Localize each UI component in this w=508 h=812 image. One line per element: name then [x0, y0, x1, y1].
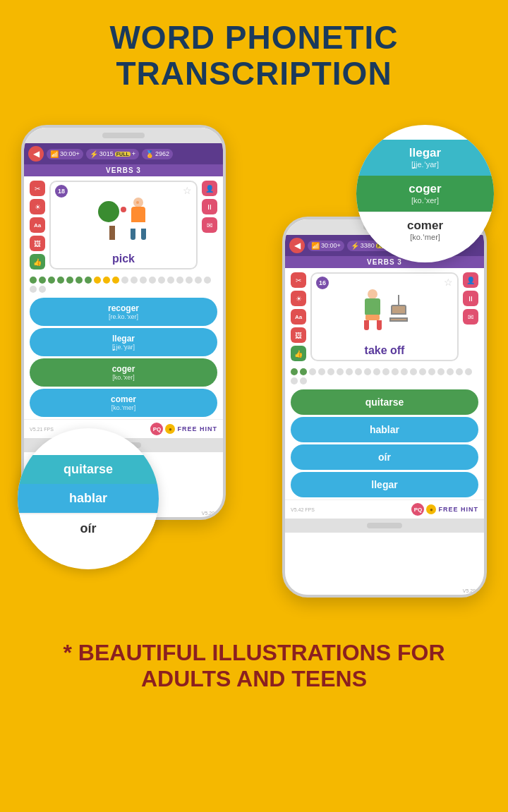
card-left-buttons-right: ✂ ☀ Aa 🖼 👍	[291, 272, 306, 361]
fps-text-left: V5.21 FPS	[30, 427, 54, 432]
cut-btn-right[interactable]: ✂	[291, 272, 306, 288]
bubble-left-item-1: quitarse	[18, 455, 159, 484]
stat-score-left: ⚡ 3015 FULL +	[86, 149, 139, 159]
bubble-right: llegar [ʝje.ˈyar] coger [ko.ˈxer] comer …	[356, 125, 494, 262]
card-right-buttons-right: 👤 ⏸ ✉	[463, 272, 478, 361]
thumb-btn-right[interactable]: 👍	[291, 346, 306, 361]
cut-btn[interactable]: ✂	[30, 181, 45, 196]
mail-btn-right[interactable]: ✉	[463, 309, 478, 325]
card-area-left: ✂ ☀ Aa 🖼 👍 18 ☆	[24, 176, 223, 274]
pause-btn-right[interactable]: ⏸	[463, 291, 478, 306]
header-title: WORD PHONETIC TRANSCRIPTION	[14, 20, 494, 91]
hint-bar-right: V5.42 FPS PQ ● FREE HINT V5.29.2	[285, 499, 484, 519]
hint-bar-left: V5.21 FPS PQ ● FREE HINT V5.20.2	[24, 419, 223, 438]
sun-btn[interactable]: ☀	[30, 199, 45, 214]
card-word-right: take off	[365, 344, 405, 357]
ver-text-right: V5.29.2	[463, 588, 480, 593]
bubble-right-item-1: llegar [ʝje.ˈyar]	[356, 140, 494, 176]
image-btn-right[interactable]: 🖼	[291, 327, 306, 343]
app-title-left: VERBS 3	[24, 164, 223, 176]
bubble-right-item-2: coger [ko.ˈxer]	[356, 176, 494, 212]
back-button-left[interactable]: ◀	[28, 146, 44, 162]
answer-btn-1-left[interactable]: recoger [re.ko.ˈxer]	[30, 298, 217, 326]
text-btn-right[interactable]: Aa	[291, 309, 306, 325]
card-right-buttons: 👤 ⏸ ✉	[202, 181, 217, 269]
bubble-left: quitarse hablar oír	[18, 428, 159, 569]
card-word-left: pick	[112, 253, 135, 265]
card-illustration-left	[98, 198, 149, 240]
card-area-right: ✂ ☀ Aa 🖼 👍 16 ☆	[285, 268, 484, 365]
dot-progress-right	[285, 365, 484, 387]
hint-coin-left: ●	[165, 424, 175, 434]
phones-container: llegar [ʝje.ˈyar] coger [ko.ˈxer] comer …	[7, 104, 501, 626]
stat-coins-left: 🏅 2962	[142, 149, 173, 159]
bubble-right-item-3: comer [ko.ˈmer]	[356, 212, 494, 248]
dot-progress-left	[24, 274, 223, 296]
hint-text-right[interactable]: FREE HINT	[438, 506, 478, 513]
profile-btn[interactable]: 👤	[202, 181, 217, 196]
card-star-right[interactable]: ☆	[444, 277, 453, 288]
home-btn-right[interactable]	[367, 523, 402, 528]
back-button-right[interactable]: ◀	[289, 238, 305, 253]
flashcard-left: 18 ☆	[49, 181, 198, 269]
profile-btn-right[interactable]: 👤	[463, 272, 478, 288]
flashcard-right: 16 ☆	[310, 272, 459, 361]
footer: * BEAUTIFUL ILLUSTRATIONS FOR ADULTS AND…	[0, 626, 508, 709]
phone-left-speaker	[102, 133, 145, 138]
phone-right-bottom	[285, 519, 484, 533]
ver-text-left: V5.20.2	[202, 511, 219, 516]
bubble-left-item-2: hablar	[18, 484, 159, 513]
phone-left-notch	[24, 128, 223, 143]
card-number-left: 18	[55, 185, 68, 198]
card-star-left[interactable]: ☆	[183, 185, 192, 196]
card-illustration-right	[361, 289, 409, 330]
answer-btn-2-left[interactable]: llegar [ʝje.ˈyar]	[30, 328, 217, 356]
app-title-right: VERBS 3	[285, 256, 484, 268]
hint-badge-left: PQ	[150, 423, 163, 435]
answer-btn-3-left[interactable]: coger [ko.ˈxer]	[30, 358, 217, 387]
mail-btn[interactable]: ✉	[202, 217, 217, 233]
answer-btn-3-right[interactable]: oír	[291, 444, 478, 470]
pause-btn[interactable]: ⏸	[202, 199, 217, 214]
bubble-left-item-3: oír	[18, 513, 159, 543]
answer-btn-2-right[interactable]: hablar	[291, 417, 478, 442]
hint-coin-right: ●	[426, 504, 436, 514]
answer-btn-4-left[interactable]: comer [ko.ˈmer]	[30, 389, 217, 417]
stat-time-right: 📶 30:00+	[308, 241, 344, 251]
hint-badge-right: PQ	[411, 503, 424, 516]
answer-btn-4-right[interactable]: llegar	[291, 472, 478, 497]
image-btn[interactable]: 🖼	[30, 236, 45, 251]
sun-btn-right[interactable]: ☀	[291, 291, 306, 306]
header: WORD PHONETIC TRANSCRIPTION	[0, 0, 508, 104]
thumb-btn[interactable]: 👍	[30, 254, 45, 269]
phone-right: ◀ 📶 30:00+ ⚡ 3380 FULL + 🏅 2702 VER	[282, 217, 487, 598]
fps-text-right: V5.42 FPS	[291, 507, 315, 512]
card-number-right: 16	[316, 277, 329, 289]
card-left-buttons: ✂ ☀ Aa 🖼 👍	[30, 181, 45, 269]
footer-line2: ADULTS AND TEENS	[14, 666, 494, 692]
answer-btn-1-right[interactable]: quitarse	[291, 389, 478, 415]
hint-text-left[interactable]: FREE HINT	[177, 425, 217, 432]
hanger-illustration	[388, 295, 409, 330]
stat-time-left: 📶 30:00+	[47, 149, 83, 159]
phone-left-appbar: ◀ 📶 30:00+ ⚡ 3015 FULL + 🏅 2962	[24, 143, 223, 164]
text-btn[interactable]: Aa	[30, 217, 45, 233]
footer-line1: * BEAUTIFUL ILLUSTRATIONS FOR	[14, 640, 494, 666]
